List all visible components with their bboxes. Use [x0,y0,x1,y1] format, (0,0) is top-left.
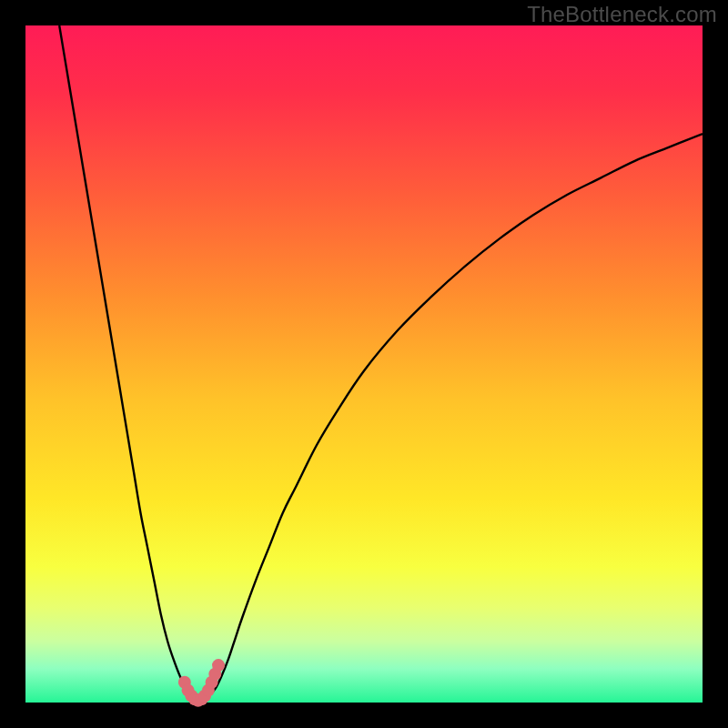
dip-markers [178,659,225,707]
left-curve [59,25,195,696]
marker-dot [212,659,225,672]
plot-overlay [25,25,703,703]
watermark-text: TheBottleneck.com [527,2,717,27]
right-curve [208,134,703,696]
